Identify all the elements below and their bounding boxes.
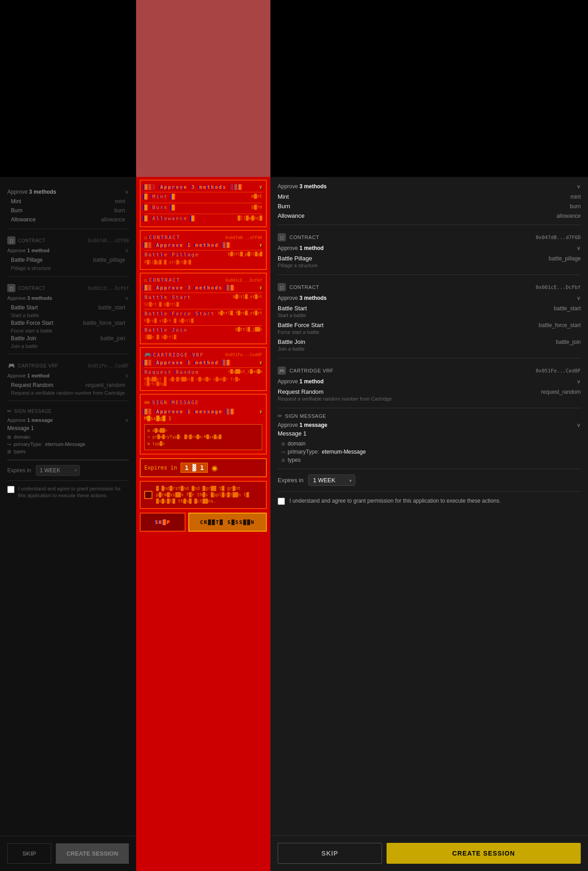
right-section-4-approve[interactable]: Approve 1 method ∨ — [278, 377, 581, 387]
left-method-battle-force-start: Battle Force Start battle_force_start — [7, 318, 129, 328]
left-sign-header: ✏ SIGN MESSAGE — [7, 406, 129, 415]
left-method-mint: Mint mint — [7, 197, 129, 206]
right-section-3-approve[interactable]: Approve 3 methods ∨ — [278, 293, 581, 303]
middle-chevron-2: ∨ — [259, 242, 262, 248]
middle-skip-button[interactable]: SK▓P — [140, 513, 186, 532]
middle-method-mint: █ Mint █ m▓nt — [144, 192, 262, 201]
right-method-battle-force-start: Battle Force Start battle_force_start — [278, 320, 581, 329]
right-force-start-desc: Force start a battle — [278, 329, 581, 337]
left-permission-checkbox[interactable] — [7, 486, 15, 493]
right-method-allowance: Allowance allowance — [278, 210, 581, 220]
left-primary-type-icon: ↪ — [7, 442, 11, 447]
left-chevron-1: ∨ — [125, 189, 129, 195]
left-contract-2-address: 0x047d8...d7F80 — [88, 238, 129, 243]
middle-section-1: ▓▒░ Approve 3 methods ░▒▓ ∨ █ Mint █ m▓n… — [140, 180, 267, 227]
left-chevron-2: ∨ — [125, 247, 129, 254]
right-section-1-header[interactable]: Approve 3 methods ∨ — [278, 181, 581, 191]
right-permission-checkbox[interactable] — [278, 498, 285, 505]
right-contract-3-header: ◻ CONTRACT 0x001cE...DcFbf — [278, 279, 581, 293]
left-field-primary-type: ↪ primaryType: eternum-Message — [7, 440, 129, 448]
left-desc-random: Request a verifiable random number from … — [7, 390, 129, 396]
left-domain-icon: ⊞ — [7, 435, 11, 440]
middle-force-start-desc: F▓rc▓ st▓rt ▓ b▓ttl▓ — [144, 318, 262, 323]
right-checkbox-section: I understand and agree to grant permissi… — [278, 491, 581, 510]
left-skip-button[interactable]: SKIP — [7, 843, 51, 864]
left-message-1-label: Message 1 — [7, 425, 129, 431]
middle-random-desc: R▓q▓▓st ▓ v▓r▓f▓▓bl▓ r▓nd▓m n▓mb▓r fr▓m … — [144, 377, 262, 387]
right-skip-button[interactable]: SKIP — [278, 843, 382, 864]
right-method-battle-join: Battle Join battle_join — [278, 337, 581, 346]
middle-chevron-1: ∨ — [259, 184, 262, 190]
right-create-session-button[interactable]: CREATE SESSION — [387, 843, 581, 864]
middle-battle-pillage: Battle Pillage b▓ttl▓_p▓ll▓g▓ — [144, 250, 262, 259]
left-desc-join: Join a battle — [7, 343, 129, 349]
left-section-2-approve[interactable]: Approve 1 method ∨ — [7, 245, 129, 255]
left-field-domain: ⊞ domain — [7, 433, 129, 440]
left-section-3-approve[interactable]: Approve 3 methods ∨ — [7, 293, 129, 303]
middle-section-2: ◻ CONTRACT 0x047dB...d7F80 ▓▒ Approve 1 … — [140, 230, 267, 270]
middle-pillage-desc: P▓ll▓g▓ ▓ str▓ct▓r▓ — [144, 259, 262, 265]
right-expires-select[interactable]: 1 WEEK 1 DAY 1 MONTH 3 MONTHS — [308, 475, 355, 486]
middle-section-2-approve: ▓▒ Approve 1 method ▒▓ ∨ — [144, 242, 262, 248]
left-expires-select-wrapper: 1 WEEK 1 DAY 1 MONTH 3 MONTHS — [36, 465, 80, 476]
middle-checkbox-text: ▓ ▓nd▓rst▓nd ▓nd ▓gr▓▓ t▓ gr▓nt p▓rm▓ss▓… — [156, 485, 262, 504]
left-method-allowance: Allowance allowance — [7, 215, 129, 224]
middle-message-label: M▓ss▓g▓ 1 — [144, 415, 262, 422]
middle-section-4: 🎮 CARTRIDGE VRF 0x051Fe...Ced8F ▓▒ Appro… — [140, 347, 267, 391]
middle-checkbox-visual — [144, 491, 152, 499]
right-method-burn: Burn burn — [278, 201, 581, 210]
middle-section-3: ◻ CONTRACT 0x001cE...DcFbf ▓▒ Approve 3 … — [140, 273, 267, 344]
left-bottom-buttons: SKIP CREATE SESSION — [0, 836, 136, 871]
right-top-dark — [270, 0, 588, 177]
right-pencil-icon: ✏ — [278, 413, 282, 419]
right-section-3: ◻ CONTRACT 0x001cE...DcFbf Approve 3 met… — [278, 275, 581, 358]
middle-message-content: ⊞ d▓m▓▓n↪ pr▓m▓ryTyp▓: ▓t▓rn▓m-M▓ss▓g▓⊞ … — [144, 424, 262, 450]
right-section-5: ✏ SIGN MESSAGE Approve 1 message ∨ Messa… — [278, 408, 581, 469]
right-section-2: ◻ CONTRACT 0x047dB...d7F6D Approve 1 met… — [278, 225, 581, 275]
middle-request-random: Request Random r▓q▓▓st_r▓nd▓m — [144, 367, 262, 377]
middle-create-label: CR▓▓T▓ S▓SS▓▓N — [200, 519, 255, 525]
left-section-5: ✏ SIGN MESSAGE Approve 1 message ∨ Messa… — [7, 401, 129, 460]
right-content: Approve 3 methods ∨ Mint mint Burn burn … — [270, 177, 588, 835]
right-chevron-2: ∨ — [577, 245, 581, 251]
middle-contract-3-header: ◻ CONTRACT 0x001cE...DcFbf — [144, 277, 262, 283]
left-section-5-approve[interactable]: Approve 1 message ∨ — [7, 415, 129, 425]
middle-create-session-button[interactable]: CR▓▓T▓ S▓SS▓▓N — [188, 513, 267, 532]
right-section-2-approve[interactable]: Approve 1 method ∨ — [278, 243, 581, 253]
left-section-1-header[interactable]: Approve 3 methods ∨ — [7, 187, 129, 197]
right-primary-type-icon: ↪ — [281, 450, 285, 455]
right-checkbox-text: I understand and agree to grant permissi… — [289, 497, 501, 505]
right-method-battle-pillage: Battle Pillage battle_pillage — [278, 253, 581, 263]
middle-section-4-approve: ▓▒ Approve 1 method ▒▓ ∨ — [144, 360, 262, 366]
middle-expires-value: 1 ▓ 1 — [181, 463, 208, 473]
middle-expires-arrow[interactable]: ◉ — [211, 464, 218, 472]
left-cartridge-icon: 🎮 — [7, 362, 15, 370]
middle-section-5-approve: ▓▒ Approve 1 message ▒▓ ∨ — [144, 409, 262, 415]
right-method-battle-start: Battle Start battle_start — [278, 303, 581, 313]
left-desc-start: Start a battle — [7, 312, 129, 318]
left-create-session-button[interactable]: CREATE SESSION — [56, 843, 129, 864]
left-contract-3-icon: ◻ — [7, 284, 15, 292]
right-chevron-3: ∨ — [577, 295, 581, 301]
middle-cartridge-icon: 🎮 — [144, 352, 151, 358]
left-expires-select[interactable]: 1 WEEK 1 DAY 1 MONTH 3 MONTHS — [36, 465, 80, 476]
middle-cartridge-address: 0x051Fe...Ced8F — [225, 352, 262, 357]
middle-panel: ▓▒░ Approve 3 methods ░▒▓ ∨ █ Mint █ m▓n… — [136, 0, 270, 871]
left-section-1: Approve 3 methods ∨ Mint mint Burn burn … — [7, 182, 129, 229]
right-start-desc: Start a battle — [278, 313, 581, 320]
right-contract-2-icon: ◻ — [278, 233, 286, 241]
right-field-types: ⊞ types — [281, 456, 581, 464]
middle-start-desc: St▓rt ▓ b▓ttl▓ — [144, 302, 262, 307]
left-top-dark — [0, 0, 136, 177]
right-contract-3-icon: ◻ — [278, 283, 286, 291]
middle-contract-3-icon: ◻ — [144, 278, 147, 283]
middle-pencil-icon: ✏ — [144, 398, 150, 407]
middle-method-burn: █ Burn █ b▓rn — [144, 203, 262, 212]
right-message-fields: ⊞ domain ↪ primaryType: eternum-Message … — [281, 440, 581, 464]
left-method-battle-start: Battle Start battle_start — [7, 303, 129, 312]
left-chevron-4: ∨ — [125, 372, 129, 379]
right-section-2-approve-text: Approve 1 method — [278, 245, 323, 251]
right-field-primary-type: ↪ primaryType: eternum-Message — [281, 448, 581, 456]
right-cartridge-header: 🎮 CARTRIDGE VRF 0x051Fe...Ced8F — [278, 363, 581, 377]
left-section-4-approve[interactable]: Approve 1 method ∨ — [7, 371, 129, 381]
